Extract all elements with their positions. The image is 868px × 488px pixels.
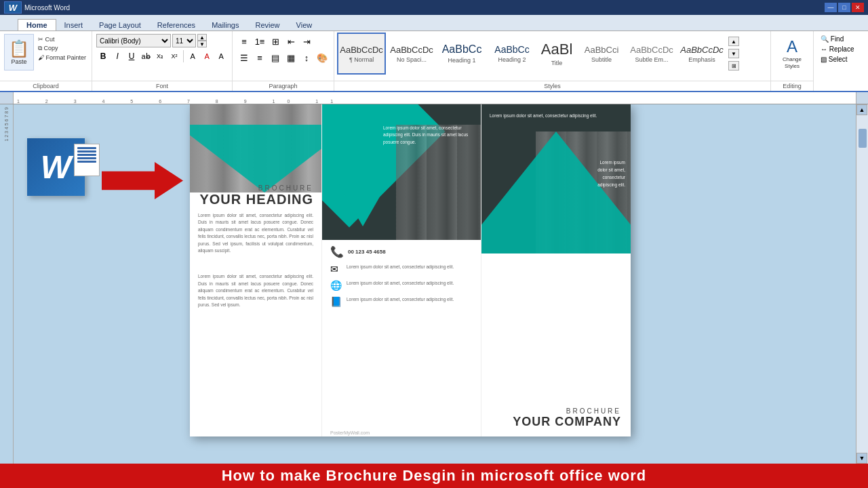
shading-button[interactable]: 🎨 (315, 50, 330, 65)
replace-button[interactable]: ↔ Replace (818, 44, 864, 54)
minimize-btn[interactable]: — (825, 3, 837, 12)
select-button[interactable]: ▧ Select (818, 54, 864, 64)
line-spacing-button[interactable]: ↕ (299, 50, 314, 65)
facebook-icon: 📘 (330, 296, 342, 307)
font-color-button[interactable]: A (214, 49, 228, 63)
align-right-button[interactable]: ▤ (268, 50, 283, 65)
style-normal-label: ¶ Normal (349, 56, 374, 63)
indent-increase-button[interactable]: ⇥ (299, 34, 314, 49)
tab-page-layout[interactable]: Page Layout (91, 20, 149, 30)
company-name: YOUR COMPANY (513, 415, 621, 430)
scroll-up-button[interactable]: ▲ (856, 104, 867, 115)
style-heading1[interactable]: AaBbCc Heading 1 (437, 33, 486, 75)
document-icon (74, 144, 100, 176)
styles-section-label: Styles (334, 81, 770, 89)
copy-button[interactable]: ⧉ Copy (37, 44, 87, 53)
bottom-banner-text: How to make Brochure Desgin in microsoft… (222, 467, 647, 485)
align-center-button[interactable]: ≡ (252, 50, 267, 65)
phone-icon: 📞 (330, 245, 344, 258)
style-no-spacing-label: No Spaci... (397, 56, 427, 63)
contact2-text: Lorem ipsum dolor sit amet, consectetur … (347, 280, 454, 287)
tab-references[interactable]: References (149, 20, 203, 30)
styles-expand[interactable]: ⊞ (728, 61, 739, 70)
font-size-increase-btn[interactable]: ▲ (197, 34, 207, 41)
style-no-spacing[interactable]: AaBbCcDc No Spaci... (387, 33, 436, 75)
style-heading1-preview: AaBbCc (442, 43, 482, 56)
brochure-contact-section: 📞 00 123 45 4658 ✉ Lorem ipsum dolor sit… (322, 240, 481, 312)
brochure-body2-p1: Lorem ipsum dolor sit amet, consectetur … (190, 270, 321, 311)
change-styles-button[interactable]: A ChangeStyles (774, 33, 810, 75)
style-heading2[interactable]: AaBbCc Heading 2 (488, 33, 536, 75)
style-subtitle[interactable]: AaBbCci Subtitle (577, 33, 626, 75)
highlight-button[interactable]: A (200, 49, 214, 63)
change-styles-label: ChangeStyles (783, 56, 802, 69)
panel3-top-text: Lorem ipsum dolor sit amet, consectetur … (490, 113, 623, 119)
styles-scroll-buttons[interactable]: ▲ ▼ ⊞ (728, 37, 740, 70)
style-subtle-em[interactable]: AaBbCcDc Subtle Em... (627, 33, 676, 75)
style-subtle-em-preview: AaBbCcDc (630, 45, 673, 55)
maximize-btn[interactable]: □ (838, 3, 850, 12)
close-btn[interactable]: ✕ (852, 3, 864, 12)
change-styles-icon: A (787, 37, 797, 56)
style-normal-preview: AaBbCcDc (340, 45, 383, 55)
font-size-decrease-btn[interactable]: ▼ (197, 41, 207, 47)
style-title-label: Title (551, 60, 563, 66)
app-icon[interactable]: W (4, 1, 22, 14)
style-title[interactable]: AaBl Title (538, 33, 576, 75)
styles-scroll-up[interactable]: ▲ (728, 37, 739, 46)
red-arrow (102, 162, 183, 199)
multilevel-list-button[interactable]: ⊞ (268, 34, 283, 49)
contact1-text: Lorem ipsum dolor sit amet, consectetur … (347, 264, 454, 270)
style-emphasis-preview: AaBbCcDc (680, 45, 724, 55)
format-painter-button[interactable]: 🖌 Format Painter (37, 54, 87, 62)
font-section-label: Font (92, 81, 232, 89)
tab-view[interactable]: View (288, 20, 321, 30)
brochure-panel1: BROCHURE YOUR HEADING Lorem ipsum dolor … (190, 104, 322, 436)
styles-scroll-down[interactable]: ▼ (728, 49, 739, 58)
clipboard-section-label: Clipboard (0, 81, 92, 89)
brochure-panel2: Lorem ipsum dolor sit amet, consectetur … (322, 104, 481, 436)
subscript-button[interactable]: X₂ (153, 49, 167, 63)
tab-mailings[interactable]: Mailings (203, 20, 247, 30)
font-name-select[interactable]: Calibri (Body) (96, 34, 171, 47)
tab-home[interactable]: Home (18, 19, 56, 30)
justify-button[interactable]: ▦ (283, 50, 298, 65)
scroll-thumb[interactable] (859, 129, 867, 148)
strikethrough-button[interactable]: ab̶ (139, 49, 153, 63)
paragraph-section-label: Paragraph (233, 81, 334, 89)
word-logo-area: W (27, 138, 85, 196)
phone-number: 00 123 45 4658 (348, 249, 386, 255)
tab-review[interactable]: Review (247, 20, 288, 30)
editing-section-label: Editing (771, 81, 813, 89)
find-button[interactable]: 🔍 Find (818, 34, 864, 44)
style-subtitle-preview: AaBbCci (585, 45, 619, 55)
watermark: PosterMyWall.com (330, 430, 370, 435)
ruler: 1 2 3 4 5 6 7 8 9 10 11 (17, 99, 345, 104)
scroll-down-button[interactable]: ▼ (856, 453, 867, 464)
bottom-banner: How to make Brochure Desgin in microsoft… (0, 464, 868, 488)
cut-button[interactable]: ✂ Cut (37, 35, 87, 43)
vertical-scrollbar[interactable]: ▲ ▼ (856, 104, 868, 464)
italic-button[interactable]: I (111, 49, 124, 63)
panel3-right-text: Lorem ipsum dolor sit amet, consectetur … (597, 159, 625, 188)
style-subtitle-label: Subtitle (591, 56, 612, 63)
paste-button[interactable]: 📋 Paste (4, 34, 34, 70)
style-no-spacing-preview: AaBbCcDc (390, 45, 433, 55)
style-emphasis[interactable]: AaBbCcDc Emphasis (677, 33, 726, 75)
style-normal[interactable]: AaBbCcDc ¶ Normal (337, 33, 386, 75)
underline-button[interactable]: U (125, 49, 138, 63)
align-left-button[interactable]: ☰ (237, 50, 252, 65)
numbering-button[interactable]: 1≡ (252, 34, 267, 49)
indent-decrease-button[interactable]: ⇤ (283, 34, 298, 49)
style-heading2-label: Heading 2 (498, 56, 526, 63)
superscript-button[interactable]: X² (167, 49, 181, 63)
font-size-select[interactable]: 11 (172, 34, 196, 47)
bold-button[interactable]: B (96, 49, 110, 63)
text-effects-button[interactable]: A (186, 49, 199, 63)
style-title-preview: AaBl (541, 41, 572, 58)
tab-insert[interactable]: Insert (56, 20, 92, 30)
globe-icon: 🌐 (330, 280, 342, 291)
style-heading2-preview: AaBbCc (494, 44, 529, 55)
bullets-button[interactable]: ≡ (237, 34, 252, 49)
contact3-text: Lorem ipsum dolor sit amet, consectetur … (347, 296, 454, 303)
